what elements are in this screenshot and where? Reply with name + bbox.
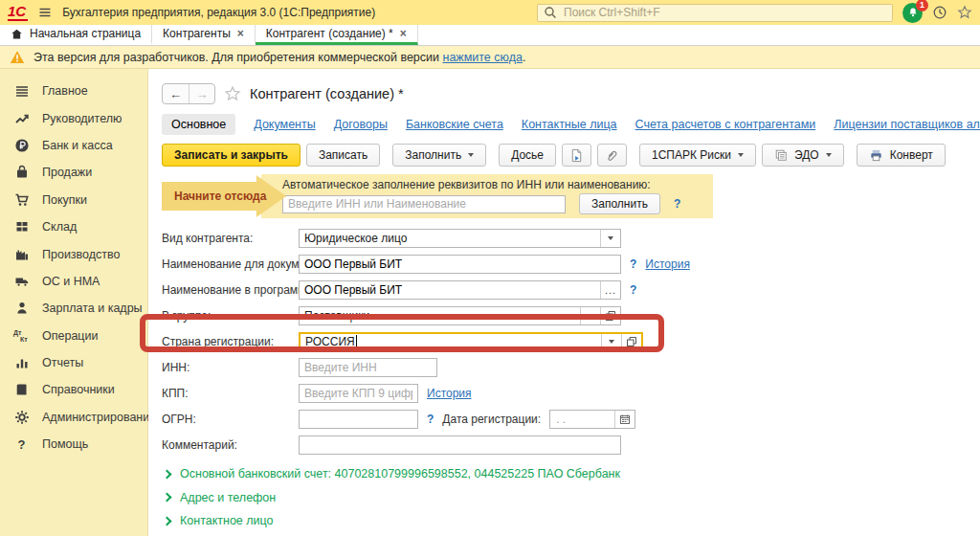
open-button[interactable] — [621, 334, 641, 349]
tab-contact-persons[interactable]: Контактные лица — [522, 118, 617, 131]
sidebar-item-label: Главное — [42, 84, 88, 98]
search-input[interactable] — [562, 5, 886, 20]
favorite-star-icon[interactable] — [224, 85, 241, 102]
name-docs-history-link[interactable]: История — [645, 257, 690, 271]
attachments-button[interactable] — [597, 144, 627, 167]
truck-icon — [13, 273, 30, 289]
auto-fill-panel: Автоматическое заполнение реквизитов по … — [261, 174, 713, 218]
favorites-star-icon[interactable] — [957, 5, 972, 20]
edo-documents-icon — [774, 148, 788, 162]
warning-text: Эта версия для разработчиков. Для приобр… — [33, 51, 525, 64]
tab-bank-accounts[interactable]: Банковские счета — [406, 118, 503, 131]
dropdown-button[interactable] — [601, 334, 621, 349]
kpp-input[interactable] — [300, 387, 417, 400]
name-docs-input[interactable] — [300, 257, 620, 271]
sidebar-item-warehouse[interactable]: Склад — [0, 213, 147, 240]
reg-date-field: . . — [549, 410, 635, 429]
search-icon — [544, 6, 557, 19]
section-contact-person[interactable]: Контактное лицо — [162, 509, 980, 533]
name-program-input[interactable] — [300, 283, 600, 297]
sidebar-item-sales[interactable]: Продажи — [0, 159, 147, 186]
warning-icon — [10, 50, 25, 64]
tab-home[interactable]: Начальная страница — [0, 25, 152, 45]
cart-icon — [13, 191, 30, 208]
field-label: Наименование в программе: — [162, 283, 299, 297]
sidebar-item-salary-hr[interactable]: Зарплата и кадры — [0, 295, 147, 322]
name-docs-help-link[interactable]: ? — [630, 257, 636, 271]
tab-label: Контрагент (создание) * — [266, 27, 393, 40]
tab-settlement-accounts[interactable]: Счета расчетов с контрагентами — [635, 118, 816, 131]
inn-input[interactable] — [300, 361, 436, 374]
comment-input[interactable] — [300, 438, 620, 452]
open-button[interactable] — [600, 307, 620, 324]
section-bank-account[interactable]: Основной банковский счет: 40702810799996… — [162, 462, 980, 486]
dropdown-button[interactable] — [580, 307, 600, 324]
dossier-button[interactable]: Досье — [499, 144, 556, 167]
sidebar-item-production[interactable]: Производство — [0, 240, 147, 267]
sidebar-item-main[interactable]: Главное — [0, 78, 147, 104]
kpp-field — [299, 384, 418, 403]
country-select[interactable]: РОССИЯ — [299, 332, 643, 351]
calendar-button[interactable] — [614, 411, 635, 428]
edo-dropdown-button[interactable]: ЭДО — [762, 144, 844, 167]
factory-icon — [13, 246, 30, 262]
sidebar-item-bank-cash[interactable]: Банк и касса — [0, 132, 147, 159]
tab-alcohol-licenses[interactable]: Лицензии поставщиков алкогольной продукц… — [834, 118, 980, 131]
notification-center-icon[interactable]: 1 — [902, 3, 923, 23]
name-program-help-link[interactable]: ? — [630, 283, 636, 297]
dropdown-button[interactable] — [600, 230, 620, 247]
history-icon[interactable] — [932, 5, 947, 20]
tab-dokumenty[interactable]: Документы — [254, 118, 315, 131]
notification-badge: 1 — [916, 0, 928, 11]
tab-close-icon[interactable]: × — [237, 27, 244, 40]
reg-date-input[interactable]: . . — [550, 413, 614, 426]
tab-dogovory[interactable]: Договоры — [334, 118, 388, 131]
ogrn-input[interactable] — [300, 413, 417, 426]
section-address-phone[interactable]: Адрес и телефон — [162, 486, 980, 510]
tab-kontragenty[interactable]: Контрагенты × — [152, 25, 256, 45]
group-select[interactable]: Поставщики — [299, 306, 621, 325]
envelope-print-button[interactable]: Конверт — [857, 144, 946, 167]
section-additional-info[interactable]: Дополнительная информация — [162, 533, 980, 536]
tab-label: Контрагенты — [163, 27, 231, 40]
sidebar-item-help[interactable]: ? Помощь — [0, 431, 147, 458]
ogrn-help-link[interactable]: ? — [427, 413, 434, 426]
sidebar-item-manager[interactable]: Руководителю — [0, 104, 147, 131]
file-export-icon — [569, 148, 584, 163]
button-label: 1СПАРК Риски — [652, 148, 731, 162]
printer-icon — [869, 148, 883, 163]
section-label: Адрес и телефон — [180, 491, 276, 504]
tab-osnovnoe[interactable]: Основное — [162, 114, 235, 135]
tab-close-icon[interactable]: × — [400, 27, 407, 40]
kpp-history-link[interactable]: История — [427, 387, 472, 400]
save-and-close-button[interactable]: Записать и закрыть — [162, 144, 301, 167]
sidebar-item-directories[interactable]: Справочники — [0, 376, 147, 403]
sidebar-item-label: Справочники — [42, 383, 115, 396]
back-button[interactable]: ← — [163, 84, 189, 103]
forward-button[interactable]: → — [189, 84, 214, 103]
field-label: Страна регистрации: — [162, 335, 299, 348]
main-menu-icon[interactable] — [37, 5, 53, 20]
tab-kontragent-create[interactable]: Контрагент (создание) * × — [256, 25, 418, 45]
fill-dropdown-button[interactable]: Заполнить — [392, 144, 486, 167]
sidebar-item-os-nma[interactable]: ОС и НМА — [0, 268, 147, 295]
sidebar-item-purchases[interactable]: Покупки — [0, 187, 147, 213]
autofill-help-link[interactable]: ? — [674, 197, 680, 211]
sidebar-item-reports[interactable]: Отчеты — [0, 349, 147, 376]
more-button[interactable]: ... — [600, 281, 620, 299]
save-button[interactable]: Записать — [306, 144, 380, 167]
export-file-button[interactable] — [562, 144, 591, 167]
collapsible-sections: Основной банковский счет: 40702810799996… — [162, 462, 980, 536]
field-label: Наименование для документов: — [162, 257, 299, 271]
bag-icon — [13, 165, 30, 181]
spark-risks-dropdown-button[interactable]: 1СПАРК Риски — [639, 144, 756, 167]
buy-version-link[interactable]: нажмите сюда — [442, 51, 522, 64]
inn-name-autofill-input[interactable] — [282, 195, 566, 213]
kind-select[interactable]: Юридическое лицо — [299, 229, 621, 248]
button-label: Записать — [319, 148, 368, 162]
autofill-button[interactable]: Заполнить — [579, 193, 660, 214]
global-search[interactable] — [537, 4, 893, 22]
sidebar-item-administration[interactable]: Администрирование — [0, 404, 147, 431]
menu-lines-icon — [13, 83, 30, 100]
sidebar-item-operations[interactable]: ДтКт Операции — [0, 323, 147, 349]
